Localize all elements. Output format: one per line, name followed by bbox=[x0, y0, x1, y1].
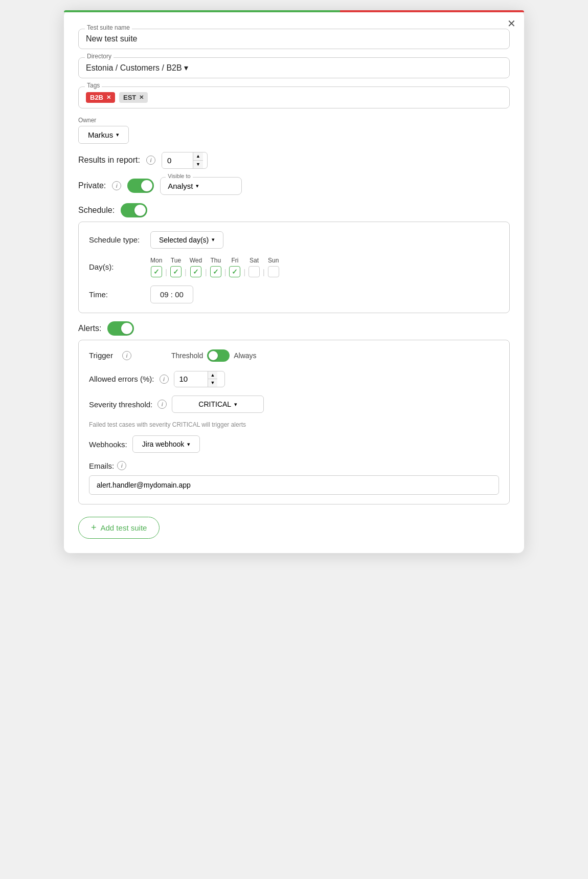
owner-caret: ▾ bbox=[116, 131, 119, 138]
day-check-wed-mark: ✓ bbox=[193, 268, 199, 276]
day-check-tue-mark: ✓ bbox=[173, 268, 179, 276]
emails-info-icon: i bbox=[117, 461, 126, 470]
tags-label: Tags bbox=[85, 82, 102, 89]
schedule-type-button[interactable]: Selected day(s) ▾ bbox=[150, 231, 223, 249]
day-col-thu: Thu ✓ bbox=[210, 257, 221, 277]
severity-button[interactable]: CRITICAL ▾ bbox=[172, 395, 264, 413]
tag-b2b-label: B2B bbox=[90, 94, 103, 101]
private-label: Private: bbox=[78, 181, 106, 190]
allowed-errors-input[interactable] bbox=[174, 371, 208, 386]
alerts-toggle[interactable] bbox=[107, 321, 134, 336]
day-check-sat[interactable] bbox=[248, 266, 260, 277]
visible-to-label: Visible to bbox=[166, 173, 192, 179]
day-name-fri: Fri bbox=[231, 257, 238, 264]
allowed-errors-stepper-down[interactable]: ▼ bbox=[208, 379, 218, 387]
threshold-toggle-slider bbox=[207, 349, 230, 362]
owner-value: Markus bbox=[88, 130, 113, 139]
schedule-toggle-slider bbox=[121, 203, 147, 217]
directory-row[interactable]: Estonia / Customers / B2B ▾ bbox=[86, 63, 502, 73]
alerts-box: Trigger i Threshold Always Allowed error… bbox=[78, 340, 510, 505]
severity-caret: ▾ bbox=[234, 401, 237, 408]
private-toggle-wrap bbox=[127, 179, 154, 193]
tags-area: B2B ✕ EST ✕ bbox=[86, 92, 502, 103]
private-info-icon: i bbox=[112, 181, 121, 190]
day-check-thu-mark: ✓ bbox=[213, 268, 219, 276]
tag-est[interactable]: EST ✕ bbox=[119, 92, 148, 103]
day-name-wed: Wed bbox=[190, 257, 202, 264]
time-label: Time: bbox=[89, 290, 150, 299]
top-bar bbox=[64, 10, 524, 12]
schedule-type-value: Selected day(s) bbox=[159, 236, 209, 244]
test-suite-name-field: Test suite name bbox=[78, 29, 510, 49]
visible-to-button[interactable]: Analyst ▾ bbox=[168, 182, 199, 190]
modal-container: ✕ Test suite name Directory Estonia / Cu… bbox=[64, 10, 524, 553]
emails-label-row: Emails: i bbox=[89, 461, 499, 470]
schedule-type-label: Schedule type: bbox=[89, 235, 150, 244]
private-toggle[interactable] bbox=[127, 179, 154, 193]
day-col-mon: Mon ✓ bbox=[150, 257, 162, 277]
severity-row: Severity threshold: i CRITICAL ▾ bbox=[89, 395, 499, 413]
results-input-wrap: ▲ ▼ bbox=[162, 152, 208, 169]
day-check-mon[interactable]: ✓ bbox=[151, 266, 162, 277]
tags-field: Tags B2B ✕ EST ✕ bbox=[78, 86, 510, 108]
results-stepper: ▲ ▼ bbox=[193, 152, 203, 168]
alerts-toggle-slider bbox=[107, 321, 134, 336]
tag-b2b[interactable]: B2B ✕ bbox=[86, 92, 115, 103]
owner-label: Owner bbox=[78, 117, 510, 124]
results-stepper-down[interactable]: ▼ bbox=[193, 161, 203, 168]
allowed-errors-info-icon: i bbox=[160, 375, 169, 384]
schedule-type-row: Schedule type: Selected day(s) ▾ bbox=[89, 231, 499, 249]
trigger-label: Trigger bbox=[89, 351, 113, 360]
close-button[interactable]: ✕ bbox=[507, 18, 516, 29]
results-in-report-label: Results in report: bbox=[78, 156, 140, 165]
day-name-tue: Tue bbox=[171, 257, 181, 264]
directory-caret: ▾ bbox=[184, 63, 188, 73]
sep-5: | bbox=[241, 268, 247, 276]
schedule-row: Schedule: bbox=[78, 203, 510, 217]
allowed-errors-row: Allowed errors (%): i ▲ ▼ bbox=[89, 371, 499, 388]
owner-button[interactable]: Markus ▾ bbox=[78, 126, 129, 144]
test-suite-name-input[interactable] bbox=[86, 34, 502, 43]
webhooks-label: Webhooks: bbox=[89, 440, 127, 449]
results-stepper-up[interactable]: ▲ bbox=[193, 152, 203, 161]
results-input[interactable] bbox=[162, 153, 193, 168]
emails-input[interactable] bbox=[89, 475, 499, 495]
day-name-sat: Sat bbox=[250, 257, 259, 264]
time-input-wrap[interactable]: 09 : 00 bbox=[150, 285, 193, 303]
severity-value: CRITICAL bbox=[198, 400, 231, 408]
alerts-row: Alerts: bbox=[78, 321, 510, 336]
visible-to-wrap: Visible to Analyst ▾ bbox=[160, 177, 242, 195]
webhooks-button[interactable]: Jira webhook ▾ bbox=[132, 435, 200, 453]
trigger-info-icon: i bbox=[122, 351, 131, 360]
results-info-icon: i bbox=[146, 156, 155, 165]
day-check-fri-mark: ✓ bbox=[232, 268, 238, 276]
sep-6: | bbox=[261, 268, 267, 276]
schedule-toggle[interactable] bbox=[121, 203, 147, 217]
test-suite-name-label: Test suite name bbox=[85, 24, 132, 31]
days-row: Mon ✓ | Tue ✓ | Wed ✓ | Thu bbox=[150, 257, 279, 277]
day-col-tue: Tue ✓ bbox=[170, 257, 182, 277]
day-check-tue[interactable]: ✓ bbox=[170, 266, 182, 277]
directory-label: Directory bbox=[85, 53, 114, 60]
threshold-toggle[interactable] bbox=[207, 349, 230, 362]
allowed-errors-stepper-up[interactable]: ▲ bbox=[208, 371, 218, 380]
schedule-type-caret: ▾ bbox=[212, 236, 215, 243]
day-check-thu[interactable]: ✓ bbox=[210, 266, 221, 277]
day-check-wed[interactable]: ✓ bbox=[190, 266, 201, 277]
day-check-sun[interactable] bbox=[268, 266, 279, 277]
days-label: Day(s): bbox=[89, 262, 150, 271]
day-col-fri: Fri ✓ bbox=[229, 257, 240, 277]
owner-section: Owner Markus ▾ bbox=[78, 117, 510, 144]
alerts-toggle-wrap bbox=[107, 321, 134, 336]
webhooks-caret: ▾ bbox=[187, 441, 190, 448]
day-check-fri[interactable]: ✓ bbox=[229, 266, 240, 277]
tag-est-close[interactable]: ✕ bbox=[139, 94, 144, 101]
sep-4: | bbox=[222, 268, 229, 276]
tag-b2b-close[interactable]: ✕ bbox=[106, 94, 111, 101]
visible-to-value: Analyst bbox=[168, 182, 193, 190]
days-row-container: Day(s): Mon ✓ | Tue ✓ | Wed ✓ bbox=[89, 257, 499, 277]
add-test-suite-button[interactable]: + Add test suite bbox=[78, 517, 160, 539]
day-col-sun: Sun bbox=[268, 257, 279, 277]
day-col-sat: Sat bbox=[248, 257, 260, 277]
private-row: Private: i Visible to Analyst ▾ bbox=[78, 177, 510, 195]
